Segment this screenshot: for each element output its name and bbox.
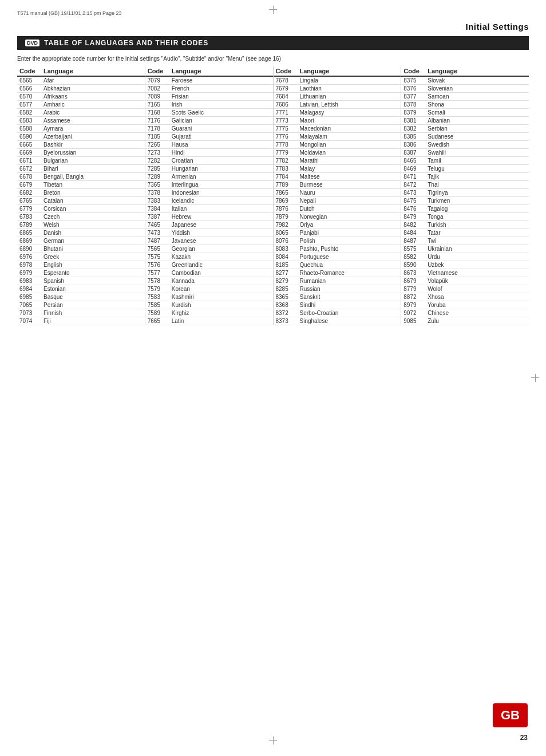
code-value: 6779 — [19, 206, 43, 212]
table-row: 7365Interlingua — [145, 181, 273, 189]
lang-value: Tigrinya — [428, 190, 527, 196]
table-row: 7773Maori — [274, 117, 401, 125]
table-row: 7065Persian — [17, 301, 145, 309]
table-row: 8375Slovak — [401, 77, 529, 85]
table-row: 6978English — [17, 261, 145, 269]
table-row: 6779Corsican — [17, 205, 145, 213]
code-value: 6588 — [19, 125, 43, 132]
table-row: 8476Tagalog — [401, 205, 529, 213]
code-value: 7589 — [148, 310, 172, 316]
table-row: 7185Gujarati — [145, 133, 273, 141]
lang-value: Malagasy — [300, 109, 399, 116]
code-value: 7879 — [276, 214, 300, 220]
col-code-header: Code — [19, 68, 43, 74]
table-row: 7575Kazakh — [145, 253, 273, 261]
table-row: 8372Serbo-Croatian — [274, 309, 401, 317]
code-value: 8582 — [403, 254, 428, 260]
col-code-header: Code — [276, 68, 300, 74]
lang-value: Somali — [428, 109, 527, 116]
code-value: 8779 — [403, 286, 428, 292]
code-value: 7487 — [148, 238, 172, 244]
table-row: 6890Bhutani — [17, 245, 145, 253]
code-value: 7089 — [148, 93, 172, 100]
crosshair-right — [530, 373, 540, 383]
lang-value: Ukrainian — [428, 246, 527, 252]
table-row: 8473Tigrinya — [401, 189, 529, 197]
lang-value: Slovak — [428, 77, 527, 84]
code-value: 6765 — [19, 198, 43, 204]
lang-value: Telugu — [428, 166, 527, 172]
code-value: 6678 — [19, 174, 43, 180]
col-header-2: CodeLanguage — [274, 66, 401, 77]
code-value: 8381 — [403, 117, 428, 124]
table-row: 8382Serbian — [401, 125, 529, 133]
lang-value: Serbian — [428, 125, 527, 132]
table-row: 7865Nauru — [274, 189, 401, 197]
code-value: 7775 — [276, 125, 300, 132]
code-value: 7383 — [148, 198, 172, 204]
code-value: 6976 — [19, 254, 43, 260]
col-group-0: CodeLanguage6565Afar6566Abkhazian6570Afr… — [17, 66, 145, 325]
lang-value: Tamil — [428, 158, 527, 164]
table-row: 7869Nepali — [274, 197, 401, 205]
code-value: 6671 — [19, 158, 43, 164]
lang-value: Frisian — [172, 93, 271, 100]
lang-value: Zulu — [428, 318, 527, 324]
lang-value: Pashto, Pushto — [300, 246, 399, 252]
table-row: 6583Assamese — [17, 117, 145, 125]
gb-badge: GB — [493, 703, 528, 727]
lang-value: Chinese — [428, 310, 527, 316]
lang-value: Icelandic — [172, 198, 271, 204]
table-row: 7165Irish — [145, 101, 273, 109]
lang-value: Italian — [172, 206, 271, 212]
code-value: 7779 — [276, 149, 300, 156]
code-value: 7082 — [148, 85, 172, 92]
lang-value: Albanian — [428, 117, 527, 124]
table-row: 7074Fiji — [17, 317, 145, 325]
lang-value: English — [43, 262, 143, 268]
table-row: 7168Scots Gaelic — [145, 109, 273, 117]
lang-value: Panjabi — [300, 230, 399, 236]
code-value: 7168 — [148, 109, 172, 116]
code-value: 6983 — [19, 278, 43, 284]
code-value: 7378 — [148, 190, 172, 196]
code-value: 7583 — [148, 294, 172, 300]
code-value: 6672 — [19, 166, 43, 172]
lang-value: Laothian — [300, 85, 399, 92]
lang-value: Norwegian — [300, 214, 399, 220]
table-row: 8590Uzbek — [401, 261, 529, 269]
code-value: 8590 — [403, 262, 428, 268]
table-row: 6979Esperanto — [17, 269, 145, 277]
lang-value: Rhaeto-Romance — [300, 270, 399, 276]
code-value: 7387 — [148, 214, 172, 220]
code-value: 6566 — [19, 85, 43, 92]
table-row: 7384Italian — [145, 205, 273, 213]
lang-value: French — [172, 85, 271, 92]
table-row: 7776Malayalam — [274, 133, 401, 141]
table-row: 7289Armenian — [145, 173, 273, 181]
lang-value: Bulgarian — [43, 158, 143, 164]
table-row: 7782Marathi — [274, 157, 401, 165]
code-value: 8673 — [403, 270, 428, 276]
lang-value: Guarani — [172, 125, 271, 132]
code-value: 6984 — [19, 286, 43, 292]
code-value: 7778 — [276, 141, 300, 148]
table-row: 8076Polish — [274, 237, 401, 245]
code-value: 7782 — [276, 158, 300, 164]
lang-value: Lithuanian — [300, 93, 399, 100]
table-row: 7576Greenlandic — [145, 261, 273, 269]
code-value: 8083 — [276, 246, 300, 252]
col-lang-header: Language — [43, 68, 143, 74]
code-value: 8065 — [276, 230, 300, 236]
code-value: 8377 — [403, 93, 428, 100]
code-value: 6865 — [19, 230, 43, 236]
code-value: 6979 — [19, 270, 43, 276]
page-number: 23 — [520, 734, 528, 742]
lang-value: Danish — [43, 230, 143, 236]
lang-value: Bihari — [43, 166, 143, 172]
lang-value: Tibetan — [43, 182, 143, 188]
code-value: 7876 — [276, 206, 300, 212]
table-row: 8475Turkmen — [401, 197, 529, 205]
code-value: 7665 — [148, 318, 172, 324]
table-row: 8471Tajik — [401, 173, 529, 181]
